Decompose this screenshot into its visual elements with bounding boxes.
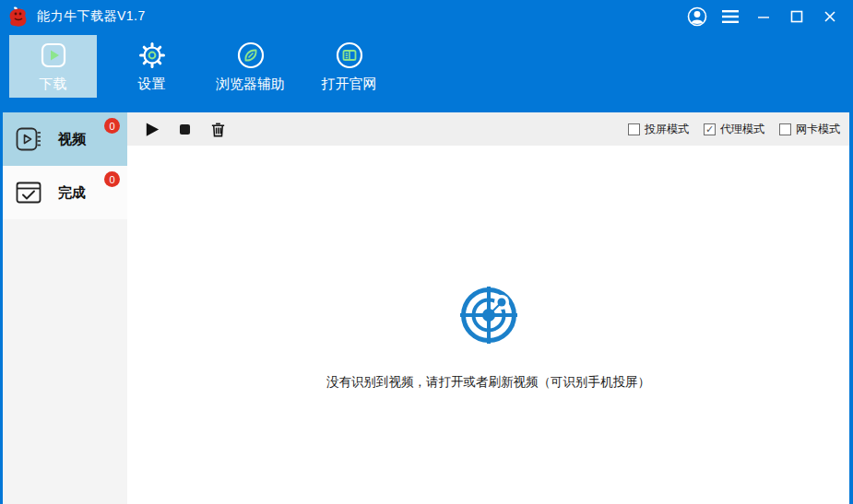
sidebar: 视频 0 完成 0 (3, 112, 127, 504)
video-icon (15, 125, 42, 153)
screencast-checkbox-icon[interactable] (628, 123, 640, 135)
mode-proxy[interactable]: 代理模式 (704, 122, 764, 137)
user-account-icon[interactable] (683, 5, 711, 29)
radar-icon (459, 286, 518, 348)
settings-button-label: 设置 (138, 76, 166, 93)
stop-button[interactable] (172, 119, 196, 139)
proxy-checkbox-icon[interactable] (704, 123, 716, 135)
sidebar-item-done[interactable]: 完成 0 (3, 166, 127, 219)
proxy-label: 代理模式 (720, 122, 764, 137)
list-toolbar: 投屏模式 代理模式 网卡模式 (127, 112, 849, 146)
header: 能力牛下载器V1.7 (0, 0, 853, 112)
download-tab[interactable]: 下载 (9, 35, 97, 98)
start-button[interactable] (139, 119, 163, 139)
titlebar[interactable]: 能力牛下载器V1.7 (0, 0, 853, 33)
maximize-icon[interactable] (783, 5, 811, 29)
main-toolbar: 下载 设置 (0, 33, 853, 112)
play-square-icon (39, 39, 68, 72)
screencast-label: 投屏模式 (645, 122, 689, 137)
delete-button[interactable] (206, 119, 230, 139)
app-window: 能力牛下载器V1.7 (0, 0, 853, 504)
mode-netcard[interactable]: 网卡模式 (779, 122, 840, 137)
menu-icon[interactable] (717, 5, 744, 29)
minimize-icon[interactable] (750, 5, 777, 29)
mode-screencast[interactable]: 投屏模式 (628, 122, 689, 137)
done-icon (15, 179, 42, 206)
download-tab-label: 下载 (40, 76, 67, 93)
open-website-label: 打开官网 (322, 76, 377, 93)
settings-button[interactable]: 设置 (108, 35, 195, 98)
empty-state-message: 没有识别到视频，请打开或者刷新视频（可识别手机投屏） (326, 374, 650, 391)
netcard-label: 网卡模式 (796, 122, 840, 137)
app-title: 能力牛下载器V1.7 (37, 8, 146, 25)
browser-assist-label: 浏览器辅助 (216, 76, 285, 93)
browser-assist-button[interactable]: 浏览器辅助 (207, 35, 294, 98)
close-icon[interactable] (816, 5, 844, 29)
sidebar-item-video-label: 视频 (58, 131, 86, 148)
book-circle-icon (334, 39, 365, 72)
sidebar-item-video[interactable]: 视频 0 (3, 112, 127, 166)
video-count-badge: 0 (104, 118, 120, 134)
netcard-checkbox-icon[interactable] (779, 123, 791, 135)
done-count-badge: 0 (104, 171, 120, 187)
sidebar-item-done-label: 完成 (58, 184, 86, 202)
app-logo-bull-icon (7, 6, 30, 28)
main-panel: 投屏模式 代理模式 网卡模式 (127, 112, 849, 504)
leaf-circle-icon (235, 39, 267, 72)
body: 视频 0 完成 0 (0, 112, 853, 504)
open-website-button[interactable]: 打开官网 (305, 35, 393, 98)
gear-icon (136, 39, 168, 72)
video-list-empty-area: 没有识别到视频，请打开或者刷新视频（可识别手机投屏） (127, 146, 849, 504)
